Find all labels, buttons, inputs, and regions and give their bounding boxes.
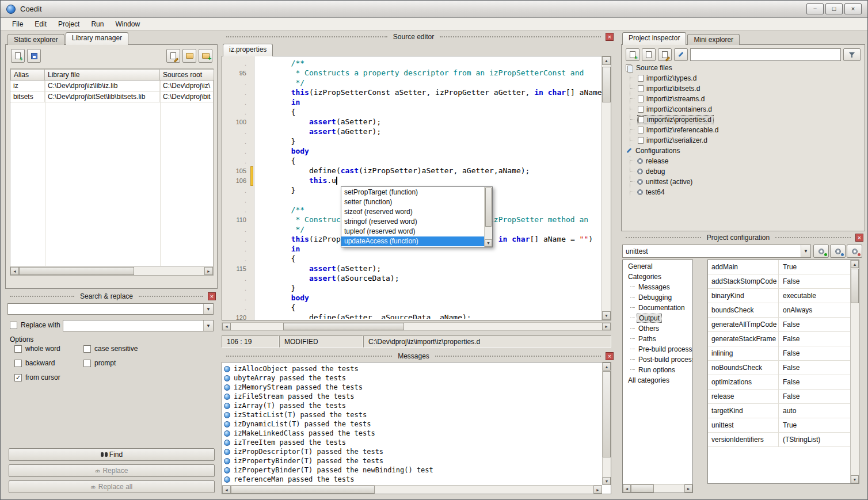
config-selector[interactable]: unittest ▼ <box>622 245 811 258</box>
completion-item[interactable]: tupleof (reserved word) <box>341 227 484 236</box>
property-row[interactable]: boundsCheckonAlways <box>708 303 850 318</box>
message-row[interactable]: izMemoryStream passed the tests <box>224 383 601 392</box>
completion-item[interactable]: sizeof (reserved word) <box>341 207 484 217</box>
panel-grip[interactable] <box>226 36 387 37</box>
checkbox-box[interactable] <box>83 360 91 367</box>
editor-v-scrollbar[interactable]: ▲ ▼ <box>601 56 611 320</box>
panel-grip[interactable] <box>440 36 601 37</box>
tab-mini-explorer[interactable]: Mini explorer <box>687 34 740 45</box>
category-item[interactable]: Output <box>623 313 692 323</box>
menu-file[interactable]: File <box>6 18 29 30</box>
close-panel-button[interactable]: × <box>855 234 863 242</box>
checkbox-whole-word[interactable]: whole word <box>14 345 83 353</box>
scroll-thumb[interactable] <box>283 323 404 330</box>
checkbox-case-sensitive[interactable]: case sensitive <box>83 345 204 353</box>
column-header[interactable]: Library file <box>45 69 160 81</box>
scroll-right-arrow[interactable]: ► <box>593 486 602 494</box>
message-row[interactable]: izPropertyBinder(T) passed the tests <box>224 456 601 465</box>
tab-static-explorer[interactable]: Static explorer <box>7 34 64 45</box>
tree-item-config[interactable]: test64 <box>630 187 856 197</box>
category-item[interactable]: Documentation <box>623 303 692 313</box>
scroll-left-arrow[interactable]: ◄ <box>10 267 19 275</box>
add-library-folder-button[interactable]: + <box>199 49 212 63</box>
checkbox-backward[interactable]: backward <box>14 359 83 367</box>
config-remove-button[interactable] <box>847 245 862 258</box>
completion-item[interactable]: setter (function) <box>341 197 484 207</box>
checkbox-from-cursor[interactable]: ✓from cursor <box>14 373 83 381</box>
tab-iz-properties[interactable]: iz.properties <box>223 44 273 56</box>
scroll-thumb[interactable] <box>603 371 611 457</box>
property-row[interactable]: versionIdentifiers(TStringList) <box>708 433 850 447</box>
replace-input[interactable] <box>63 320 203 331</box>
property-row[interactable]: releaseFalse <box>708 390 850 404</box>
message-row[interactable]: izMakeLinkedClass passed the tests <box>224 429 601 438</box>
property-row[interactable]: inliningFalse <box>708 346 850 361</box>
scroll-up-arrow[interactable]: ▲ <box>851 260 859 268</box>
tree-item-source[interactable]: import\iz\streams.d <box>630 94 856 104</box>
tree-root-configurations[interactable]: Configurations <box>626 146 856 156</box>
category-item[interactable]: General <box>623 261 692 272</box>
column-header[interactable]: Sources root <box>160 69 214 81</box>
completion-item[interactable]: stringof (reserved word) <box>341 217 484 227</box>
filter-button[interactable] <box>843 48 861 61</box>
column-header[interactable]: Alias <box>10 69 45 81</box>
edit-source-button[interactable] <box>658 48 672 61</box>
table-row[interactable]: izC:\Dev\dproj\iz\lib\iz.libC:\Dev\dproj… <box>10 81 213 91</box>
replace-term-combo[interactable]: ▼ <box>63 320 214 331</box>
menu-run[interactable]: Run <box>85 18 109 30</box>
scroll-thumb[interactable] <box>231 486 375 494</box>
category-item[interactable]: Debugging <box>623 292 692 303</box>
panel-grip[interactable] <box>435 356 601 357</box>
scroll-down-arrow[interactable]: ▼ <box>602 311 611 320</box>
checkbox-box[interactable] <box>10 322 17 329</box>
message-row[interactable]: referenceMan passed the tests <box>224 475 601 484</box>
property-row[interactable]: targetKindauto <box>708 404 850 418</box>
maximize-button[interactable]: □ <box>825 3 843 14</box>
close-panel-button[interactable]: × <box>606 352 614 360</box>
scroll-down-arrow[interactable]: ▼ <box>485 239 492 247</box>
replace-button[interactable]: ab Replace <box>9 464 215 477</box>
table-row[interactable]: bitsetsC:\Dev\dproj\bitSet\lib\bitsets.l… <box>10 91 213 102</box>
close-panel-button[interactable]: × <box>208 292 216 300</box>
property-row[interactable]: unittestTrue <box>708 418 850 433</box>
open-library-folder-button[interactable] <box>182 49 196 63</box>
grid-v-scrollbar[interactable]: ▲ ▼ <box>850 260 859 483</box>
add-library-button[interactable]: + <box>11 49 25 63</box>
inspector-filter-field[interactable] <box>690 48 841 61</box>
scroll-thumb[interactable] <box>19 267 134 275</box>
panel-grip[interactable] <box>10 296 74 297</box>
tree-item-source[interactable]: import\iz\types.d <box>630 73 856 83</box>
message-row[interactable]: izPropDescriptor(T) passed the tests <box>224 447 601 456</box>
property-row[interactable]: optimizationsFalse <box>708 375 850 390</box>
scroll-thumb[interactable] <box>851 269 859 303</box>
tree-item-config[interactable]: release <box>630 156 856 166</box>
code-editor[interactable]: .95....100....105106...110....115....120… <box>222 56 611 320</box>
chevron-down-icon[interactable]: ▼ <box>801 245 810 257</box>
panel-grip[interactable] <box>139 296 203 297</box>
category-item[interactable]: Messages <box>623 282 692 292</box>
category-item[interactable]: Run options <box>623 365 692 375</box>
scroll-right-arrow[interactable]: ► <box>684 484 692 493</box>
library-h-scrollbar[interactable]: ◄ ► <box>10 266 213 275</box>
tree-item-source[interactable]: import\iz\properties.d <box>630 114 856 125</box>
close-button[interactable]: × <box>844 3 862 14</box>
filter-input[interactable] <box>691 49 840 60</box>
message-row[interactable]: izPropertyBinder(T) passed the newBindin… <box>224 465 601 475</box>
tree-root-source-files[interactable]: Source files <box>626 63 856 73</box>
replace-all-button[interactable]: ab Replace all <box>9 480 215 493</box>
menu-project[interactable]: Project <box>52 18 85 30</box>
editor-h-scrollbar[interactable]: ◄ ► <box>222 322 611 331</box>
category-item[interactable]: Others <box>623 323 692 334</box>
config-add-button[interactable] <box>813 245 829 258</box>
categories-h-scrollbar[interactable]: ◄ ► <box>623 484 692 493</box>
scroll-right-arrow[interactable]: ► <box>602 323 611 330</box>
library-table[interactable]: AliasLibrary fileSources root izC:\Dev\d… <box>10 68 214 276</box>
checkbox-box[interactable] <box>14 360 22 367</box>
close-panel-button[interactable]: × <box>606 33 614 41</box>
remove-source-button[interactable] <box>642 48 656 61</box>
panel-grip[interactable] <box>775 237 851 238</box>
property-row[interactable]: addMainTrue <box>708 260 850 274</box>
completion-scrollbar[interactable]: ▼ <box>484 187 492 247</box>
tab-project-inspector[interactable]: Project inspector <box>622 32 686 45</box>
category-item[interactable]: Categories <box>623 272 692 282</box>
